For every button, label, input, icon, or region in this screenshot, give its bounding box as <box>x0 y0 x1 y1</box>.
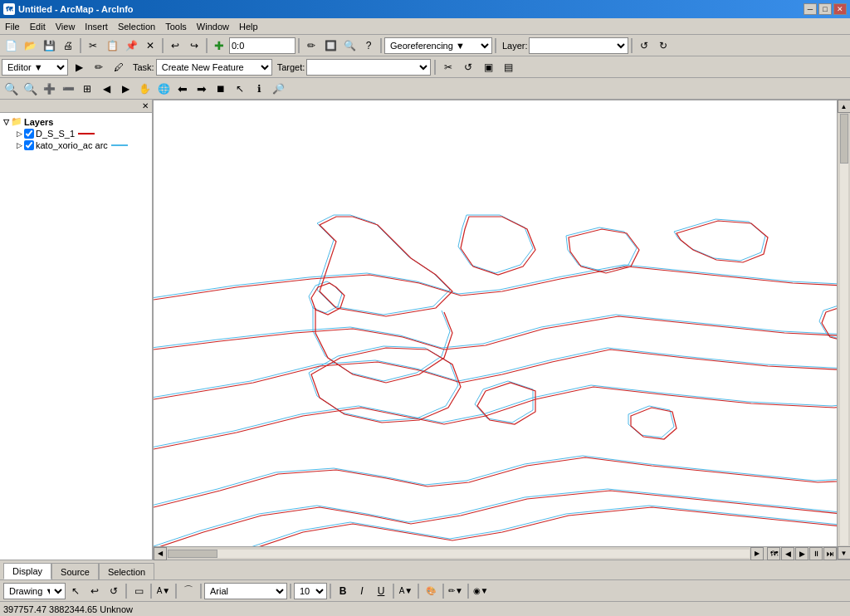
georeferencing-dropdown[interactable]: Georeferencing ▼ <box>384 37 492 54</box>
back-btn[interactable]: ⬅ <box>173 80 192 98</box>
zoom-in-btn[interactable]: 🔍 <box>2 80 20 98</box>
add-data-button[interactable]: ✚ <box>210 37 228 55</box>
zoom-out-btn[interactable]: 🔍 <box>21 80 39 98</box>
help-button[interactable]: ? <box>359 37 378 55</box>
tab-source[interactable]: Source <box>51 563 99 579</box>
menu-file[interactable]: File <box>0 20 25 33</box>
fixed-zoom-in-btn[interactable]: ➕ <box>40 80 58 98</box>
map-nav-btn2[interactable]: ◀ <box>781 547 794 560</box>
new-button[interactable]: 📄 <box>2 37 20 55</box>
map-nav-btn4[interactable]: ⏸ <box>809 547 823 560</box>
drawing-rotate-btn[interactable]: ↩ <box>85 582 104 600</box>
draw-sep-5 <box>290 584 291 599</box>
menu-selection[interactable]: Selection <box>113 20 160 33</box>
restore-button[interactable]: □ <box>818 3 832 15</box>
menu-help[interactable]: Help <box>234 20 263 33</box>
scroll-down-button[interactable]: ▼ <box>838 546 851 560</box>
find-nav-btn[interactable]: 🔎 <box>269 80 287 98</box>
layer-dropdown[interactable] <box>529 37 628 54</box>
tab-display[interactable]: Display <box>3 563 51 579</box>
rect-tool[interactable]: ▭ <box>129 582 148 600</box>
target-dropdown[interactable] <box>306 59 431 76</box>
open-button[interactable]: 📂 <box>21 37 39 55</box>
sketch-btn3[interactable]: ▣ <box>479 58 497 76</box>
select-btn[interactable]: ↖ <box>231 80 249 98</box>
italic-btn[interactable]: I <box>353 582 371 600</box>
identify-tool[interactable]: 🔍 <box>340 37 359 55</box>
edit-sketch-btn2[interactable]: 🖊 <box>110 58 128 76</box>
copy-button[interactable]: 📋 <box>103 37 121 55</box>
horizontal-scrollbar[interactable]: ◀ ▶ 🗺 ◀ ▶ ⏸ ⏭ <box>154 546 837 560</box>
menu-window[interactable]: Window <box>192 20 234 33</box>
line-color-btn[interactable]: ✏▼ <box>447 582 465 600</box>
task-dropdown[interactable]: Create New Feature <box>156 59 272 76</box>
fixed-zoom-out-btn[interactable]: ➖ <box>59 80 77 98</box>
layer2-checkbox[interactable] <box>24 140 34 150</box>
vertical-scrollbar[interactable]: ▲ ▼ <box>837 100 850 560</box>
forward-btn[interactable]: ➡ <box>193 80 211 98</box>
minimize-button[interactable]: ─ <box>804 3 817 15</box>
rotate-left-button[interactable]: ↺ <box>635 37 653 55</box>
coordinate-input[interactable] <box>229 37 296 54</box>
shadow-btn[interactable]: ◉▼ <box>471 582 490 600</box>
window-controls[interactable]: ─ □ ✕ <box>804 3 847 15</box>
map-nav-btn1[interactable]: 🗺 <box>767 547 780 560</box>
scroll-left-button[interactable]: ◀ <box>154 547 167 560</box>
layer1-expand[interactable]: ▷ <box>17 130 22 138</box>
hscroll-thumb[interactable] <box>168 550 217 558</box>
save-button[interactable]: 💾 <box>40 37 58 55</box>
rotate-right-button[interactable]: ↻ <box>654 37 672 55</box>
fill-color-btn[interactable]: 🎨 <box>422 582 440 600</box>
stop-btn[interactable]: ⏹ <box>212 80 230 98</box>
map-nav-btn3[interactable]: ▶ <box>795 547 808 560</box>
edit-sketch-btn[interactable]: ✏ <box>90 58 108 76</box>
sketch-btn4[interactable]: ▤ <box>499 58 517 76</box>
drawing-select-btn[interactable]: ↖ <box>66 582 85 600</box>
drawing-dropdown[interactable]: Drawing ▼ <box>3 583 66 599</box>
font-size-dropdown[interactable]: 10 <box>294 583 327 599</box>
drawing-undo-btn[interactable]: ↺ <box>105 582 123 600</box>
underline-btn[interactable]: U <box>372 582 390 600</box>
bold-btn[interactable]: B <box>334 582 352 600</box>
map-drawing-canvas <box>154 100 837 546</box>
full-extent-btn[interactable]: ⊞ <box>78 80 96 98</box>
sketch-button[interactable]: 🔲 <box>321 37 340 55</box>
edit-vertices-button[interactable]: ✏ <box>302 37 320 55</box>
scroll-right-button[interactable]: ▶ <box>750 547 764 560</box>
text-btn[interactable]: A▼ <box>154 582 173 600</box>
editor-dropdown[interactable]: Editor ▼ <box>2 59 68 76</box>
zoom-previous-btn[interactable]: ◀ <box>97 80 115 98</box>
toc-close-button[interactable]: ✕ <box>140 101 150 111</box>
sketch-btn2[interactable]: ↺ <box>459 58 477 76</box>
edit-tool[interactable]: ▶ <box>70 58 88 76</box>
font-name-dropdown[interactable]: Arial <box>204 583 287 599</box>
zoom-next-btn[interactable]: ▶ <box>116 80 134 98</box>
scroll-up-button[interactable]: ▲ <box>838 100 851 113</box>
delete-button[interactable]: ✕ <box>141 37 159 55</box>
map-canvas[interactable] <box>154 100 837 546</box>
layer2-expand[interactable]: ▷ <box>17 141 22 149</box>
identify-nav-btn[interactable]: ℹ <box>250 80 268 98</box>
tab-selection[interactable]: Selection <box>99 563 154 579</box>
paste-button[interactable]: 📌 <box>122 37 140 55</box>
arc-btn[interactable]: ⌒ <box>179 582 198 600</box>
menu-insert[interactable]: Insert <box>80 20 113 33</box>
redo-button[interactable]: ↪ <box>185 37 203 55</box>
vscroll-track[interactable] <box>840 114 848 545</box>
expand-arrow[interactable]: ▽ <box>3 118 9 126</box>
vscroll-thumb[interactable] <box>840 114 848 164</box>
undo-button[interactable]: ↩ <box>166 37 184 55</box>
close-button[interactable]: ✕ <box>833 3 847 15</box>
menu-edit[interactable]: Edit <box>25 20 51 33</box>
menu-tools[interactable]: Tools <box>160 20 192 33</box>
menu-view[interactable]: View <box>51 20 81 33</box>
layer1-checkbox[interactable] <box>24 129 34 139</box>
cut-button[interactable]: ✂ <box>84 37 102 55</box>
font-color-btn[interactable]: A▼ <box>397 582 415 600</box>
globe-btn[interactable]: 🌐 <box>154 80 173 98</box>
map-nav-btn5[interactable]: ⏭ <box>823 547 837 560</box>
pan-btn[interactable]: ✋ <box>135 80 154 98</box>
print-button[interactable]: 🖨 <box>59 37 77 55</box>
hscroll-track[interactable] <box>168 550 750 558</box>
sketch-complete-btn[interactable]: ✂ <box>439 58 457 76</box>
